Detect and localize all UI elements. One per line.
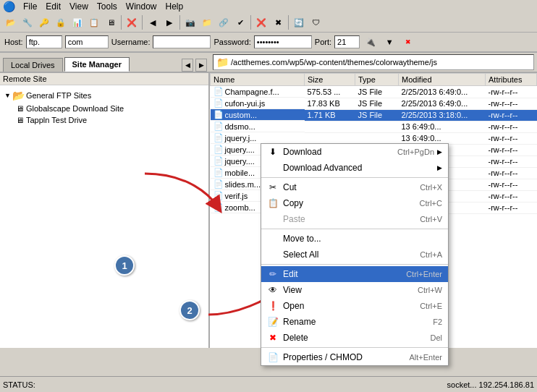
file-name: cufon-yui.js bbox=[225, 99, 266, 108]
toolbar-btn-11[interactable]: ✔ bbox=[232, 14, 248, 30]
toolbar-btn-14[interactable]: 🔄 bbox=[291, 14, 307, 30]
tree-item-icon-0: 🖥 bbox=[16, 104, 24, 113]
col-modified[interactable]: Modified bbox=[399, 74, 486, 86]
connect-arrow-btn[interactable]: ▼ bbox=[381, 34, 397, 50]
ctx-cut-left: ✂ Cut bbox=[267, 182, 297, 192]
ctx-view-left: 👁 View bbox=[267, 285, 302, 295]
cell-size bbox=[305, 121, 355, 132]
ctx-moveto[interactable]: Move to... bbox=[261, 231, 448, 247]
file-icon: 📄 bbox=[213, 145, 224, 154]
ctx-selectall[interactable]: Select All Ctrl+A bbox=[261, 247, 448, 263]
table-row[interactable]: 📄 custom... 1.71 KB JS File 2/25/2013 3:… bbox=[211, 109, 537, 121]
menu-help[interactable]: Help bbox=[162, 1, 187, 12]
ctx-props[interactable]: 📄 Properties / CHMOD Alt+Enter bbox=[261, 349, 448, 365]
ctx-sep-3 bbox=[261, 264, 448, 265]
folder-open-icon: 📂 bbox=[12, 90, 25, 101]
tree-item-tappln[interactable]: 🖥 Tappln Test Drive bbox=[14, 114, 206, 126]
table-row[interactable]: 📄 Champagne.f... 575.53 ... JS File 2/25… bbox=[211, 86, 537, 98]
ctx-open[interactable]: ❗ Open Ctrl+E bbox=[261, 298, 448, 314]
cell-modified: 2/25/2013 6:49:0... bbox=[399, 98, 486, 109]
toolbar-btn-8[interactable]: 📷 bbox=[182, 14, 198, 30]
disconnect-btn[interactable]: ✖ bbox=[400, 34, 416, 50]
ctx-view-shortcut: Ctrl+W bbox=[418, 286, 442, 294]
ctx-rename-shortcut: F2 bbox=[433, 318, 442, 326]
context-menu: ⬇ Download Ctrl+PgDn ▶ Download Advanced… bbox=[261, 143, 449, 366]
col-attrs[interactable]: Attributes bbox=[486, 74, 537, 86]
toolbar-btn-7[interactable]: ❌ bbox=[124, 14, 140, 30]
toolbar-btn-2[interactable]: 🔑 bbox=[36, 14, 52, 30]
badge-2: 2 bbox=[179, 300, 200, 320]
ctx-copy[interactable]: 📋 Copy Ctrl+C bbox=[261, 195, 448, 211]
ctx-props-icon: 📄 bbox=[267, 352, 279, 362]
tab-site[interactable]: Site Manager bbox=[64, 57, 130, 72]
ctx-edit-shortcut: Ctrl+Enter bbox=[406, 270, 442, 278]
ctx-download[interactable]: ⬇ Download Ctrl+PgDn ▶ bbox=[261, 144, 448, 160]
ctx-delete[interactable]: ✖ Delete Del bbox=[261, 330, 448, 346]
tree-root[interactable]: ▼ 📂 General FTP Sites bbox=[3, 88, 206, 103]
cell-type: JS File bbox=[355, 109, 399, 121]
col-type[interactable]: Type bbox=[355, 74, 399, 86]
toolbar-btn-open[interactable]: 📂 bbox=[3, 14, 19, 30]
toolbar-btn-4[interactable]: 📊 bbox=[69, 14, 85, 30]
toolbar-btn-12[interactable]: ❌ bbox=[253, 14, 269, 30]
col-size[interactable]: Size bbox=[305, 74, 355, 86]
ctx-download-shortcut: Ctrl+PgDn bbox=[397, 148, 434, 156]
table-row[interactable]: 📄 jquery.j... 13 6:49:0... -rw-r--r-- bbox=[211, 132, 537, 144]
file-icon: 📄 bbox=[213, 122, 224, 131]
menu-file[interactable]: File bbox=[20, 1, 41, 12]
tree-item-globalscape[interactable]: 🖥 Globalscape Download Site bbox=[14, 103, 206, 114]
username-input[interactable] bbox=[153, 35, 211, 48]
file-icon: 📄 bbox=[213, 203, 224, 212]
ctx-open-icon: ❗ bbox=[267, 301, 279, 311]
menu-edit[interactable]: Edit bbox=[42, 1, 64, 12]
cell-type bbox=[355, 132, 399, 144]
toolbar-btn-back[interactable]: ◀ bbox=[145, 14, 161, 30]
ctx-paste[interactable]: Paste Ctrl+V bbox=[261, 211, 448, 227]
password-input[interactable] bbox=[254, 35, 312, 48]
table-row[interactable]: 📄 cufon-yui.js 17.83 KB JS File 2/25/201… bbox=[211, 98, 537, 109]
toolbar-btn-9[interactable]: 📁 bbox=[199, 14, 215, 30]
ctx-edit[interactable]: ✏ Edit Ctrl+Enter bbox=[261, 266, 448, 282]
toolbar-btn-13[interactable]: ✖ bbox=[270, 14, 286, 30]
remote-path-text: /actthemes.com/wp5/wp-content/themes/col… bbox=[231, 58, 437, 67]
menu-tools[interactable]: Tools bbox=[93, 1, 121, 12]
tab-local[interactable]: Local Drives bbox=[3, 58, 63, 72]
left-column-header: Remote Site bbox=[0, 73, 208, 85]
ctx-props-left: 📄 Properties / CHMOD bbox=[267, 352, 363, 362]
cell-attrs: -rw-r--r-- bbox=[486, 86, 537, 98]
port-input[interactable] bbox=[334, 35, 360, 48]
toolbar-btn-1[interactable]: 🔧 bbox=[20, 14, 35, 30]
menu-window[interactable]: Window bbox=[122, 1, 161, 12]
toolbar-btn-10[interactable]: 🔗 bbox=[216, 14, 232, 30]
tab-nav-prev[interactable]: ◀ bbox=[182, 59, 193, 72]
tree-expand-icon[interactable]: ▼ bbox=[4, 92, 11, 99]
toolbar-btn-6[interactable]: 🖥 bbox=[103, 14, 119, 30]
toolbar-btn-3[interactable]: 🔒 bbox=[53, 14, 69, 30]
tree-root-label: General FTP Sites bbox=[26, 91, 91, 100]
ctx-sep-4 bbox=[261, 347, 448, 348]
toolbar-sep-3 bbox=[179, 15, 180, 30]
ctx-download-arrow: ▶ bbox=[437, 148, 442, 155]
menu-view[interactable]: View bbox=[66, 1, 92, 12]
file-name: jquery.j... bbox=[225, 134, 257, 142]
cell-attrs: -rw-r--r-- bbox=[486, 202, 537, 213]
cell-type: JS File bbox=[355, 86, 399, 98]
host-input[interactable] bbox=[26, 35, 62, 48]
toolbar-btn-15[interactable]: 🛡 bbox=[308, 14, 324, 30]
toolbar-btn-forward[interactable]: ▶ bbox=[161, 14, 177, 30]
ctx-rename[interactable]: 📝 Rename F2 bbox=[261, 314, 448, 330]
ctx-cut[interactable]: ✂ Cut Ctrl+X bbox=[261, 179, 448, 195]
ctx-view[interactable]: 👁 View Ctrl+W bbox=[261, 282, 448, 298]
ctx-download-adv[interactable]: Download Advanced ▶ bbox=[261, 160, 448, 176]
host-suffix-input[interactable] bbox=[65, 35, 109, 48]
cell-name: 📄 custom... bbox=[211, 109, 305, 121]
ctx-open-label: Open bbox=[283, 301, 304, 311]
tab-nav-next[interactable]: ▶ bbox=[195, 59, 207, 72]
col-name[interactable]: Name bbox=[211, 74, 305, 86]
toolbar-btn-5[interactable]: 📋 bbox=[86, 14, 102, 30]
ctx-copy-label: Copy bbox=[283, 198, 303, 208]
file-icon: 📄 bbox=[213, 98, 224, 108]
table-row[interactable]: 📄 ddsmo... 13 6:49:0... -rw-r--r-- bbox=[211, 121, 537, 132]
connect-btn[interactable]: 🔌 bbox=[363, 34, 379, 50]
col-remote: Remote Site bbox=[3, 74, 47, 83]
